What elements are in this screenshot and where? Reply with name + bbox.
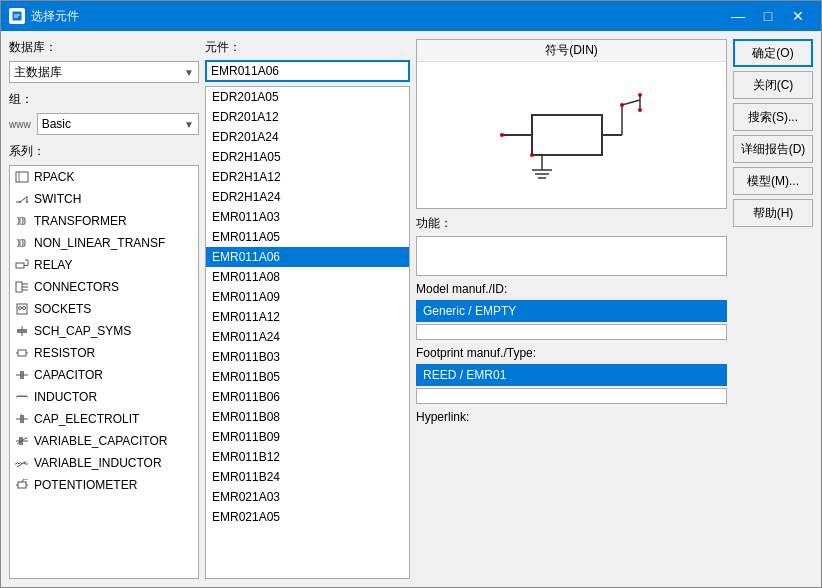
svg-rect-52 [18, 482, 26, 488]
component-item[interactable]: EMR011B24 [206, 467, 409, 487]
main-window: 选择元件 — □ ✕ 数据库： 主数据库 ▼ 组： www Basic ▼ [0, 0, 822, 588]
component-item[interactable]: EMR011A24 [206, 327, 409, 347]
db-select-row: 主数据库 ▼ [9, 61, 199, 83]
symbol-area: 符号(DIN) [416, 39, 727, 209]
component-item[interactable]: EMR011B05 [206, 367, 409, 387]
component-list[interactable]: EDR201A05EDR201A12EDR201A24EDR2H1A05EDR2… [205, 86, 410, 579]
component-search-input[interactable] [205, 60, 410, 82]
component-item[interactable]: EDR201A24 [206, 127, 409, 147]
series-icon-potentiometer [14, 478, 30, 492]
function-label: 功能： [416, 215, 727, 232]
series-item-resistor[interactable]: RESISTOR [10, 342, 198, 364]
component-item[interactable]: EDR2H1A05 [206, 147, 409, 167]
component-item[interactable]: EMR011B03 [206, 347, 409, 367]
maximize-button[interactable]: □ [753, 1, 783, 31]
component-item[interactable]: EMR011A09 [206, 287, 409, 307]
series-item-relay[interactable]: RELAY [10, 254, 198, 276]
minimize-button[interactable]: — [723, 1, 753, 31]
series-list[interactable]: RPACKSWITCHTRANSFORMERNON_LINEAR_TRANSFR… [9, 165, 199, 579]
component-item[interactable]: EMR021A05 [206, 507, 409, 527]
component-item[interactable]: EMR011B09 [206, 427, 409, 447]
component-label: 元件： [205, 39, 410, 56]
series-label-capacitor: CAPACITOR [34, 368, 103, 382]
series-icon-rpack [14, 170, 30, 184]
series-item-transformer[interactable]: TRANSFORMER [10, 210, 198, 232]
model-button[interactable]: 模型(M)... [733, 167, 813, 195]
footprint-value: REED / EMR01 [416, 364, 727, 386]
main-content: 数据库： 主数据库 ▼ 组： www Basic ▼ 系列： RPACKSWIT… [1, 31, 821, 587]
series-icon-relay [14, 258, 30, 272]
svg-rect-28 [18, 350, 26, 356]
group-value: Basic [42, 117, 71, 131]
component-item[interactable]: EMR011A12 [206, 307, 409, 327]
series-icon-cap-electrolit: + [14, 412, 30, 426]
right-panel: 符号(DIN) [416, 39, 727, 579]
component-item[interactable]: EMR011A03 [206, 207, 409, 227]
component-item[interactable]: EMR011B12 [206, 447, 409, 467]
middle-panel: 元件： EDR201A05EDR201A12EDR201A24EDR2H1A05… [205, 39, 410, 579]
svg-point-8 [19, 201, 21, 203]
symbol-canvas [417, 62, 726, 208]
component-item[interactable]: EMR011B08 [206, 407, 409, 427]
titlebar-controls: — □ ✕ [723, 1, 813, 31]
detail-button[interactable]: 详细报告(D) [733, 135, 813, 163]
series-icon-sch-cap-syms [14, 324, 30, 338]
series-item-sch-cap-syms[interactable]: SCH_CAP_SYMS [10, 320, 198, 342]
group-select[interactable]: Basic ▼ [37, 113, 199, 135]
titlebar: 选择元件 — □ ✕ [1, 1, 821, 31]
titlebar-left: 选择元件 [9, 8, 79, 25]
series-item-switch[interactable]: SWITCH [10, 188, 198, 210]
series-item-cap-electrolit[interactable]: +CAP_ELECTROLIT [10, 408, 198, 430]
component-item[interactable]: EMR011A06 [206, 247, 409, 267]
series-item-variable-capacitor[interactable]: VARIABLE_CAPACITOR [10, 430, 198, 452]
svg-line-46 [26, 437, 27, 439]
svg-rect-0 [12, 11, 22, 21]
component-item[interactable]: EMR021A03 [206, 487, 409, 507]
group-arrow-icon: ▼ [184, 119, 194, 130]
db-value: 主数据库 [14, 64, 62, 81]
svg-point-65 [638, 93, 642, 97]
close-window-button[interactable]: ✕ [783, 1, 813, 31]
svg-point-59 [500, 133, 504, 137]
series-label-rpack: RPACK [34, 170, 74, 184]
component-item[interactable]: EDR2H1A12 [206, 167, 409, 187]
db-select[interactable]: 主数据库 ▼ [9, 61, 199, 83]
series-item-inductor[interactable]: INDUCTOR [10, 386, 198, 408]
series-item-potentiometer[interactable]: POTENTIOMETER [10, 474, 198, 496]
series-item-non-linear-transf[interactable]: NON_LINEAR_TRANSF [10, 232, 198, 254]
window-icon [9, 8, 25, 24]
search-button[interactable]: 搜索(S)... [733, 103, 813, 131]
svg-point-22 [23, 307, 26, 310]
series-item-variable-inductor[interactable]: VARIABLE_INDUCTOR [10, 452, 198, 474]
series-label-resistor: RESISTOR [34, 346, 95, 360]
series-label-connectors: CONNECTORS [34, 280, 119, 294]
hyperlink-label: Hyperlink: [416, 410, 727, 424]
footprint-section: Footprint manuf./Type: REED / EMR01 [416, 346, 727, 404]
confirm-button[interactable]: 确定(O) [733, 39, 813, 67]
footprint-extra-box [416, 388, 727, 404]
component-item[interactable]: EMR011A08 [206, 267, 409, 287]
db-arrow-icon: ▼ [184, 67, 194, 78]
svg-point-21 [19, 307, 22, 310]
series-label-variable-inductor: VARIABLE_INDUCTOR [34, 456, 162, 470]
svg-rect-3 [16, 172, 28, 182]
series-item-capacitor[interactable]: CAPACITOR [10, 364, 198, 386]
series-label-non-linear-transf: NON_LINEAR_TRANSF [34, 236, 165, 250]
component-item[interactable]: EDR201A05 [206, 87, 409, 107]
component-item[interactable]: EMR011A05 [206, 227, 409, 247]
series-item-rpack[interactable]: RPACK [10, 166, 198, 188]
component-item[interactable]: EDR201A12 [206, 107, 409, 127]
series-label-switch: SWITCH [34, 192, 81, 206]
help-button[interactable]: 帮助(H) [733, 199, 813, 227]
series-label: 系列： [9, 143, 199, 160]
series-icon-transformer [14, 214, 30, 228]
component-item[interactable]: EMR011B06 [206, 387, 409, 407]
model-value: Generic / EMPTY [416, 300, 727, 322]
component-item[interactable]: EDR2H1A24 [206, 187, 409, 207]
group-label: 组： [9, 91, 199, 108]
series-item-sockets[interactable]: SOCKETS [10, 298, 198, 320]
series-label-transformer: TRANSFORMER [34, 214, 127, 228]
close-button[interactable]: 关闭(C) [733, 71, 813, 99]
series-item-connectors[interactable]: CONNECTORS [10, 276, 198, 298]
svg-point-60 [530, 153, 534, 157]
